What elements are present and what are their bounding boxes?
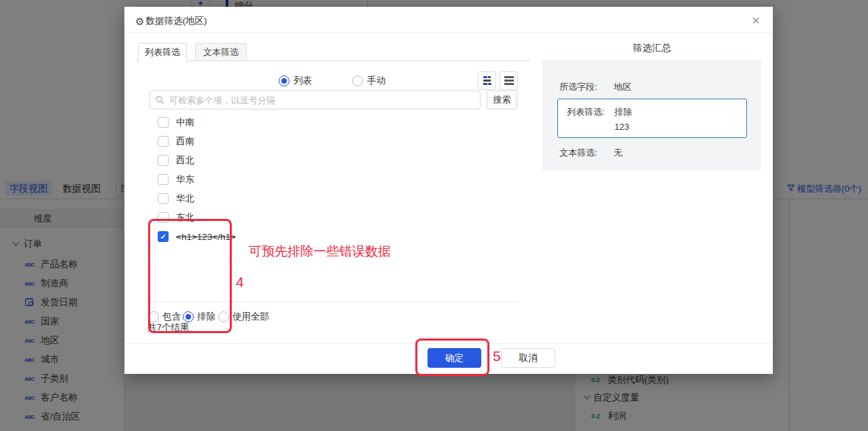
list-item[interactable]: 中南 [150, 113, 353, 132]
summary-title: 筛选汇总 [542, 42, 761, 54]
list-order-button[interactable] [500, 71, 518, 90]
search-icon [155, 95, 164, 105]
dialog-title: ⚙ 数据筛选(地区) [135, 15, 207, 27]
radio-icon [352, 75, 363, 86]
summary-field-label: 所选字段: [559, 81, 597, 93]
close-icon: ✕ [751, 15, 760, 27]
filter-dialog: ⚙ 数据筛选(地区) ✕ 列表筛选 文本筛选 列表 手动 [124, 7, 773, 374]
list-item-label: 西南 [176, 135, 194, 148]
radio-label: 排除 [197, 311, 215, 323]
tab-text-filter[interactable]: 文本筛选 [195, 43, 247, 61]
cancel-button[interactable]: 取消 [501, 348, 555, 368]
tabs-underline [136, 61, 530, 61]
radio-label: 列表 [294, 75, 312, 87]
radio-icon [218, 311, 229, 322]
list-item-label: 华东 [176, 173, 194, 186]
summary-panel: 所选字段: 地区 列表筛选: 排除 123 文本筛选: 无 [542, 60, 761, 171]
summary-text-filter-label: 文本筛选: [559, 147, 597, 159]
close-button[interactable]: ✕ [748, 14, 763, 29]
value-list: 中南 西南 西北 华东 华北 东北 ✓ [150, 113, 353, 246]
list-item[interactable]: 东北 [150, 208, 353, 227]
list-item-label: 西北 [176, 154, 194, 167]
checkmark-icon: ✓ [160, 232, 166, 241]
list-separator [150, 301, 517, 302]
list-item[interactable]: 华北 [150, 189, 353, 208]
radio-manual-mode[interactable]: 手动 [352, 75, 385, 87]
sort-icon [483, 76, 491, 85]
tab-list-filter[interactable]: 列表筛选 [138, 43, 187, 62]
search-field [150, 90, 481, 109]
list-item-label: <h1>123</h1> [176, 232, 236, 242]
search-input[interactable] [150, 90, 481, 109]
list-item-checkbox[interactable] [158, 193, 169, 204]
list-item-label: 华北 [176, 192, 194, 205]
radio-icon [279, 75, 290, 86]
radio-use-all[interactable]: 使用全部 [218, 311, 269, 323]
list-item-checkbox[interactable]: ✓ [158, 231, 169, 242]
dialog-footer-divider [124, 343, 773, 344]
list-item[interactable]: 西北 [150, 151, 353, 170]
annotation-step-5: 5 [493, 348, 501, 364]
dialog-header-divider [124, 33, 773, 33]
screen: ◈ 细分 字段视图 数据视图 搜 维度 订单 ABC 产品名称 ABC 制造商 [0, 0, 868, 431]
summary-list-filter-value: 排除 [614, 106, 632, 118]
list-item-label: 中南 [176, 116, 194, 128]
list-item-checkbox[interactable] [158, 212, 169, 223]
gear-icon: ⚙ [135, 16, 144, 27]
list-item-checkbox[interactable] [158, 155, 169, 166]
summary-list-filter-box: 列表筛选: 排除 123 [557, 99, 747, 138]
summary-list-filter-value2: 123 [614, 122, 629, 132]
ok-button[interactable]: 确定 [428, 348, 481, 368]
summary-list-filter-label: 列表筛选: [567, 106, 605, 118]
radio-icon [148, 311, 159, 322]
list-item-checkbox[interactable] [158, 174, 169, 185]
radio-label: 手动 [367, 75, 385, 87]
radio-list-mode[interactable]: 列表 [279, 75, 312, 87]
radio-icon [183, 311, 194, 322]
list-item-checkbox[interactable] [158, 136, 169, 147]
annotation-note: 可预先排除一些错误数据 [249, 243, 391, 260]
result-count: 共7个结果 [147, 322, 190, 334]
sort-by-value-button[interactable] [478, 71, 496, 90]
dialog-title-text: 数据筛选(地区) [145, 15, 207, 27]
list-item[interactable]: 华东 [150, 170, 353, 189]
summary-text-filter-value: 无 [614, 147, 623, 159]
search-button[interactable]: 搜索 [487, 90, 517, 109]
summary-field-value: 地区 [614, 81, 631, 93]
annotation-step-4: 4 [236, 274, 244, 290]
list-item-label: 东北 [176, 211, 194, 224]
menu-icon [504, 76, 514, 85]
list-item[interactable]: 西南 [150, 132, 353, 151]
radio-label: 使用全部 [232, 311, 269, 323]
list-item-checkbox[interactable] [158, 117, 169, 128]
